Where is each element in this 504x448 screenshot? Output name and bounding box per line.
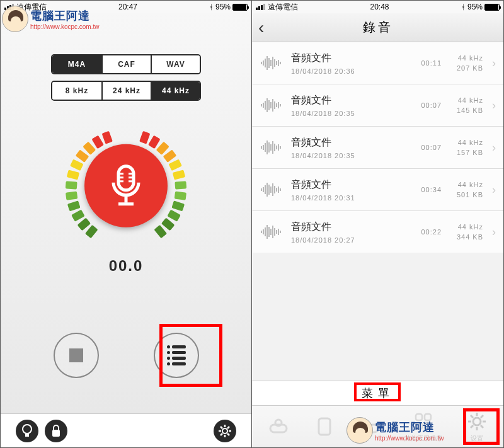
svg-line-58 — [471, 415, 473, 418]
rate-segmented[interactable]: 8 kHz 24 kHz 44 kHz — [51, 81, 201, 101]
svg-rect-12 — [139, 131, 150, 144]
battery-pct: 95% — [215, 3, 231, 11]
bluetooth-icon: ᚼ — [461, 3, 466, 11]
menu-button[interactable]: 菜單 — [252, 381, 503, 406]
recordings-list-button[interactable] — [154, 333, 199, 378]
recording-row[interactable]: 音頻文件18/04/2018 20:3100:3444 kHz501 KB› — [252, 169, 503, 210]
svg-rect-10 — [77, 218, 91, 231]
svg-line-61 — [481, 415, 483, 418]
tab-other-apps[interactable]: 其他应用程序 — [404, 410, 442, 443]
page-title: 錄音 — [252, 19, 503, 36]
recordings-list[interactable]: 音頻文件18/04/2018 20:3600:1144 kHz207 KB›音頻… — [252, 42, 503, 381]
recording-meta: 44 kHz207 KB — [448, 54, 483, 72]
settings-button[interactable] — [214, 420, 236, 442]
svg-rect-4 — [70, 159, 83, 171]
svg-line-60 — [471, 425, 473, 428]
record-button[interactable] — [84, 144, 168, 227]
recording-duration: 00:07 — [405, 101, 442, 109]
tab-2[interactable] — [313, 415, 336, 438]
back-button[interactable]: ‹ — [258, 18, 264, 38]
svg-line-59 — [481, 425, 483, 428]
svg-rect-7 — [66, 192, 77, 200]
svg-rect-22 — [161, 218, 175, 231]
format-wav[interactable]: WAV — [151, 55, 200, 73]
gear-icon — [467, 411, 487, 432]
recording-date: 18/04/2018 20:27 — [291, 236, 399, 244]
svg-rect-47 — [319, 418, 330, 435]
chevron-right-icon: › — [492, 183, 496, 197]
waveform-icon — [257, 225, 285, 239]
recording-date: 18/04/2018 20:35 — [291, 110, 399, 117]
carrier: 遠傳電信 — [268, 2, 298, 13]
recording-duration: 00:07 — [405, 144, 442, 151]
tab-3[interactable] — [358, 415, 381, 438]
svg-rect-0 — [102, 131, 113, 144]
bluetooth-icon: ᚼ — [209, 3, 214, 11]
tips-button[interactable] — [16, 420, 38, 442]
svg-rect-13 — [148, 135, 161, 149]
svg-rect-50 — [425, 414, 431, 420]
tab-settings[interactable]: 设置 — [466, 410, 488, 443]
clock: 20:48 — [370, 3, 389, 11]
waveform-icon — [257, 98, 285, 112]
carrier: 遠傳電信 — [16, 2, 47, 13]
lock-icon — [51, 424, 61, 438]
svg-rect-14 — [156, 142, 169, 155]
recording-date: 18/04/2018 20:35 — [291, 152, 399, 159]
battery-icon — [484, 4, 500, 11]
svg-line-41 — [220, 427, 222, 428]
recording-title: 音頻文件 — [291, 221, 399, 234]
svg-rect-19 — [175, 192, 186, 200]
recording-row[interactable]: 音頻文件18/04/2018 20:2700:2244 kHz344 KB› — [252, 211, 503, 253]
bulb-icon — [21, 424, 33, 438]
rate-8[interactable]: 8 kHz — [52, 82, 101, 100]
svg-point-36 — [222, 428, 227, 434]
svg-rect-21 — [167, 210, 181, 222]
svg-rect-6 — [66, 181, 77, 189]
recording-title: 音頻文件 — [291, 136, 399, 149]
battery-pct: 95% — [467, 3, 483, 11]
recording-meta: 44 kHz145 KB — [448, 96, 483, 114]
gear-icon — [218, 424, 232, 438]
recording-title: 音頻文件 — [291, 94, 399, 107]
svg-rect-9 — [71, 210, 85, 222]
recording-date: 18/04/2018 20:31 — [291, 194, 399, 202]
recording-row[interactable]: 音頻文件18/04/2018 20:3500:0744 kHz157 KB› — [252, 127, 503, 168]
signal-icon — [256, 4, 265, 10]
svg-rect-34 — [25, 434, 29, 437]
recording-title: 音頻文件 — [291, 178, 399, 192]
svg-line-42 — [227, 434, 229, 435]
format-m4a[interactable]: M4A — [52, 55, 101, 73]
status-bar: 遠傳電信 20:48 ᚼ 95% — [252, 1, 503, 13]
svg-rect-49 — [416, 414, 422, 420]
svg-point-53 — [473, 418, 481, 425]
svg-rect-1 — [91, 135, 104, 149]
svg-rect-15 — [163, 149, 177, 162]
svg-rect-16 — [168, 159, 181, 171]
recording-meta: 44 kHz157 KB — [448, 139, 483, 156]
stop-button[interactable] — [54, 333, 99, 378]
clock: 20:47 — [118, 3, 137, 11]
tab-1[interactable] — [267, 415, 290, 438]
svg-rect-3 — [76, 149, 89, 162]
recording-duration: 00:22 — [405, 228, 442, 236]
recording-row[interactable]: 音頻文件18/04/2018 20:3600:1144 kHz207 KB› — [252, 42, 503, 84]
svg-point-33 — [23, 425, 32, 434]
tab-icon — [317, 417, 332, 436]
lock-button[interactable] — [45, 420, 67, 442]
timer: 00.0 — [109, 257, 144, 275]
recording-row[interactable]: 音頻文件18/04/2018 20:3500:0744 kHz145 KB› — [252, 84, 503, 126]
format-segmented[interactable]: M4A CAF WAV — [51, 54, 201, 74]
recording-meta: 44 kHz344 KB — [448, 223, 483, 241]
svg-line-43 — [220, 434, 222, 435]
format-caf[interactable]: CAF — [101, 55, 151, 73]
chevron-right-icon: › — [492, 99, 496, 112]
svg-rect-17 — [173, 169, 185, 180]
rate-24[interactable]: 24 kHz — [101, 82, 151, 100]
chevron-right-icon: › — [492, 141, 496, 154]
rate-44[interactable]: 44 kHz — [151, 82, 200, 100]
recording-duration: 00:34 — [405, 186, 442, 193]
svg-rect-35 — [52, 430, 60, 437]
chevron-right-icon: › — [492, 226, 496, 239]
waveform-icon — [257, 183, 285, 197]
